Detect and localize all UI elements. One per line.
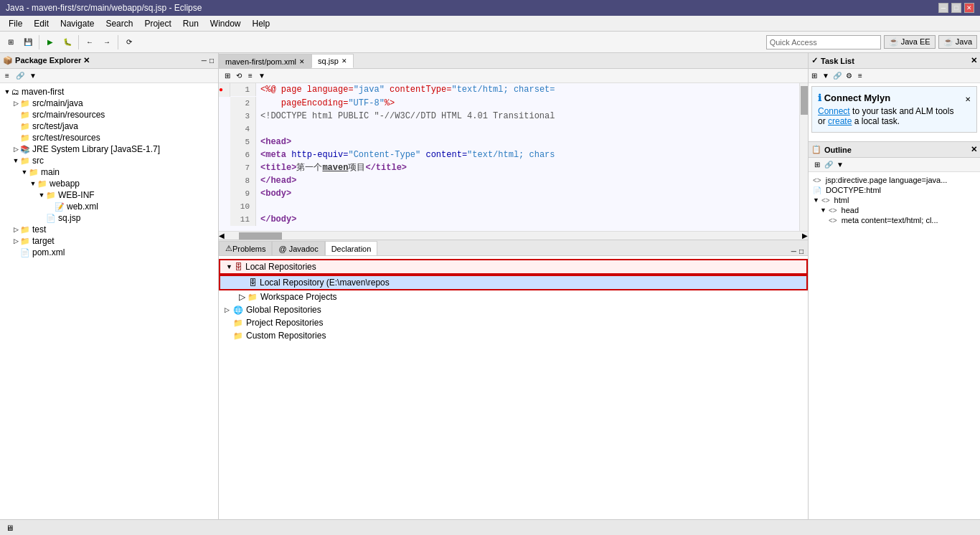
repo-local-repository[interactable]: 🗄 Local Repository (E:\maven\repos	[219, 275, 808, 290]
connect-link[interactable]: Connect	[818, 106, 850, 116]
menu-navigate[interactable]: Navigate	[55, 17, 100, 30]
tree-web-xml[interactable]: 📝 web.xml	[0, 201, 218, 212]
editor-scroll-area[interactable]: ● 1 <%@ page language="java" contentType…	[219, 83, 808, 231]
tree-item-label: web.xml	[67, 202, 98, 212]
bottom-maximize-btn[interactable]: □	[798, 247, 805, 255]
repo-project-repos[interactable]: 📁 Project Repositories	[219, 316, 808, 329]
tab-declaration[interactable]: Declaration	[325, 241, 378, 255]
tree-src-test-java[interactable]: 📁 src/test/java	[0, 120, 218, 132]
tab-sq-close[interactable]: ✕	[341, 57, 347, 65]
outline-head[interactable]: ▼ <> head	[811, 205, 977, 215]
tree-main[interactable]: ▼ 📁 main	[0, 166, 218, 178]
outline-btn-1[interactable]: ⊞	[811, 159, 823, 171]
outline-jsp-directive[interactable]: <> jsp:directive.page language=java...	[811, 175, 977, 185]
minimize-button[interactable]: ─	[938, 3, 948, 13]
tree-jre-system[interactable]: ▷ 📚 JRE System Library [JavaSE-1.7]	[0, 143, 218, 155]
scroll-left-btn[interactable]: ◀	[219, 232, 225, 240]
tree-src[interactable]: ▼ 📁 src	[0, 155, 218, 166]
tree-sq-jsp[interactable]: 📄 sq.jsp	[0, 212, 218, 224]
maximize-panel-button[interactable]: □	[208, 57, 215, 65]
connect-mylyn-close[interactable]: ✕	[965, 95, 971, 103]
menu-window[interactable]: Window	[204, 17, 247, 30]
toggle-icon: ▷	[11, 100, 20, 107]
quick-access-input[interactable]: Quick Access	[766, 35, 881, 49]
tree-target[interactable]: ▷ 📁 target	[0, 235, 218, 247]
menu-file[interactable]: File	[3, 17, 28, 30]
menu-btn[interactable]: ▼	[27, 70, 39, 82]
menu-edit[interactable]: Edit	[28, 17, 55, 30]
menu-search[interactable]: Search	[100, 17, 138, 30]
tree-webinf[interactable]: ▼ 📁 WEB-INF	[0, 189, 218, 201]
bottom-tabs: ⚠ Problems @ Javadoc Declaration ─ □	[219, 240, 808, 256]
editor-toolbar-collapse[interactable]: ≡	[245, 70, 256, 82]
editor-toolbar-btn2[interactable]: ⟲	[233, 70, 245, 82]
tab-javadoc[interactable]: @ Javadoc	[272, 241, 324, 255]
library-icon: 📚	[20, 145, 30, 154]
repo-global-repos[interactable]: ▷ 🌐 Global Repositories	[219, 303, 808, 316]
tab-sq-jsp[interactable]: sq.jsp ✕	[311, 54, 354, 68]
tree-src-test-resources[interactable]: 📁 src/test/resources	[0, 132, 218, 143]
title-bar: Java - maven-first/src/main/webapp/sq.js…	[0, 0, 980, 16]
outline-toolbar: ⊞ 🔗 ▼	[809, 158, 980, 172]
perspective-java[interactable]: ☕ Java	[938, 35, 977, 49]
tree-maven-first[interactable]: ▼ 🗂 maven-first	[0, 86, 218, 98]
bottom-panel: ⚠ Problems @ Javadoc Declaration ─ □	[219, 240, 808, 519]
outline-meta[interactable]: <> meta content=text/html; cl...	[811, 215, 977, 225]
task-btn-2[interactable]: ▼	[820, 70, 831, 82]
task-btn-3[interactable]: 🔗	[831, 70, 843, 82]
tree-item-label: pom.xml	[32, 247, 65, 257]
task-btn-5[interactable]: ≡	[854, 70, 866, 82]
repo-custom-repos[interactable]: 📁 Custom Repositories	[219, 329, 808, 342]
repo-local-repos[interactable]: ▼ 🗄 Local Repositories	[219, 259, 808, 275]
tab-problems[interactable]: ⚠ Problems	[219, 241, 272, 255]
next-button[interactable]: →	[99, 34, 115, 50]
task-list-icon: ✓	[811, 56, 818, 65]
scroll-right-btn[interactable]: ▶	[802, 232, 808, 240]
run-button[interactable]: ▶	[42, 34, 58, 50]
outline-btn-2[interactable]: 🔗	[823, 159, 834, 171]
task-btn-1[interactable]: ⊞	[809, 70, 820, 82]
create-link[interactable]: create	[828, 116, 852, 126]
editor-vscrollbar[interactable]	[799, 83, 808, 231]
link-editor-btn[interactable]: 🔗	[14, 70, 26, 82]
tree-item-label: target	[32, 236, 55, 246]
bottom-minimize-btn[interactable]: ─	[790, 247, 798, 255]
prev-button[interactable]: ←	[82, 34, 98, 50]
task-btn-4[interactable]: ⚙	[843, 70, 854, 82]
repo-workspace-projects[interactable]: ▷ 📁 Workspace Projects	[219, 290, 808, 303]
perspective-javaee[interactable]: ☕ Java EE	[884, 35, 936, 49]
menu-help[interactable]: Help	[247, 17, 276, 30]
minimize-panel-button[interactable]: ─	[200, 57, 208, 65]
close-button[interactable]: ✕	[964, 3, 974, 13]
collapse-all-btn[interactable]: ≡	[1, 70, 13, 82]
quick-access-label: Quick Access	[770, 38, 817, 47]
tree-webapp[interactable]: ▼ 📁 webapp	[0, 178, 218, 189]
outline-html[interactable]: ▼ <> html	[811, 195, 977, 205]
tree-test[interactable]: ▷ 📁 test	[0, 224, 218, 235]
folder-icon: 📁	[20, 237, 30, 246]
tree-pom-xml[interactable]: 📄 pom.xml	[0, 247, 218, 258]
editor-vscroll-thumb[interactable]	[801, 86, 808, 115]
tab-pom-xml[interactable]: maven-first/pom.xml ✕	[219, 54, 311, 68]
outline-btn-3[interactable]: ▼	[834, 159, 846, 171]
editor-hscrollbar[interactable]: ◀ ▶	[219, 231, 808, 240]
editor-toolbar-menu[interactable]: ▼	[256, 70, 268, 82]
menu-run[interactable]: Run	[177, 17, 204, 30]
outline-meta-label: meta content=text/html; cl...	[842, 216, 938, 224]
debug-button[interactable]: 🐛	[60, 34, 75, 50]
tree-src-main-resources[interactable]: 📁 src/main/resources	[0, 109, 218, 120]
hscroll-thumb[interactable]	[239, 232, 282, 240]
task-list-close[interactable]: ✕	[971, 56, 977, 65]
maximize-button[interactable]: □	[951, 3, 961, 13]
menu-project[interactable]: Project	[138, 17, 176, 30]
editor-toolbar-btn1[interactable]: ⊞	[222, 70, 233, 82]
save-button[interactable]: 💾	[20, 34, 36, 50]
new-button[interactable]: ⊞	[3, 34, 19, 50]
hscroll-track[interactable]	[225, 232, 802, 240]
outline-close[interactable]: ✕	[971, 145, 977, 154]
toolbar-btn-extra[interactable]: ⟳	[121, 34, 137, 50]
outline-doctype[interactable]: 📄 DOCTYPE:html	[811, 185, 977, 195]
tree-src-main-java[interactable]: ▷ 📁 src/main/java	[0, 98, 218, 109]
outline-header: 📋 Outline ✕	[809, 142, 980, 158]
tab-pom-close[interactable]: ✕	[299, 58, 305, 65]
